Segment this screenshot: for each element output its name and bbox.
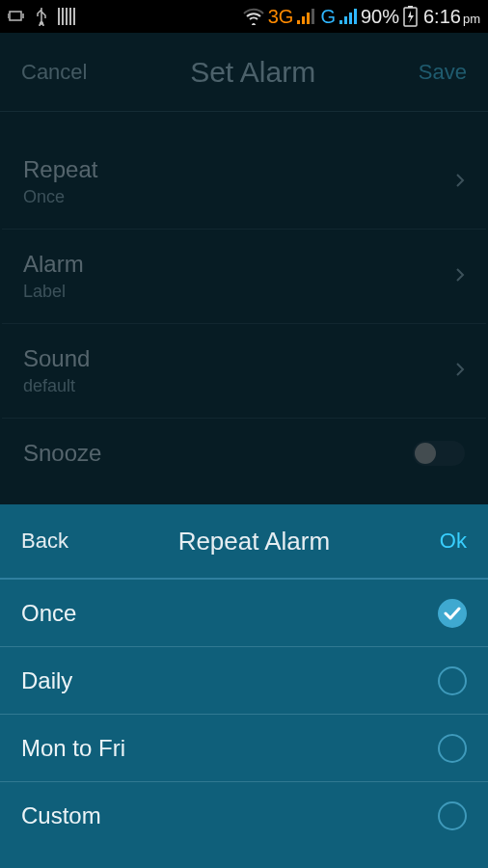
- sheet-title: Repeat Alarm: [178, 527, 331, 556]
- radio-unselected-icon: [438, 734, 467, 763]
- setting-value: default: [23, 376, 90, 396]
- option-custom[interactable]: Custom: [0, 782, 488, 850]
- setting-alarm[interactable]: Alarm Label: [2, 230, 486, 324]
- toggle-knob: [415, 443, 436, 464]
- signal-bars-1-icon: [297, 9, 314, 24]
- page-title: Set Alarm: [190, 56, 315, 89]
- chevron-right-icon: [455, 173, 465, 192]
- signal-bars-2-icon: [339, 9, 357, 24]
- option-daily[interactable]: Daily: [0, 647, 488, 715]
- cancel-button[interactable]: Cancel: [21, 60, 87, 85]
- option-once[interactable]: Once: [0, 580, 488, 647]
- svg-rect-15: [408, 6, 413, 8]
- setting-label: Repeat: [23, 156, 97, 183]
- svg-rect-5: [73, 8, 75, 25]
- setting-label: Snooze: [23, 440, 101, 467]
- option-mon-to-fri[interactable]: Mon to Fri: [0, 715, 488, 782]
- battery-percentage: 90%: [361, 6, 399, 28]
- setting-repeat[interactable]: Repeat Once: [2, 135, 486, 230]
- setting-sound[interactable]: Sound default: [2, 324, 486, 419]
- svg-rect-12: [349, 13, 352, 24]
- svg-rect-8: [307, 13, 310, 24]
- vibrate-icon: [8, 9, 25, 24]
- svg-rect-3: [66, 8, 68, 25]
- header-bar: Cancel Set Alarm Save: [0, 33, 488, 112]
- option-label: Once: [21, 600, 76, 627]
- wifi-icon: [243, 8, 264, 25]
- repeat-alarm-sheet: Back Repeat Alarm Ok Once Daily Mon to F…: [0, 504, 488, 868]
- radio-unselected-icon: [438, 666, 467, 695]
- option-label: Custom: [21, 802, 101, 829]
- option-list: Once Daily Mon to Fri Custom: [0, 580, 488, 868]
- svg-rect-7: [302, 16, 305, 24]
- svg-rect-2: [62, 8, 64, 25]
- svg-rect-10: [339, 20, 342, 24]
- radio-unselected-icon: [438, 801, 467, 830]
- svg-rect-13: [354, 9, 357, 24]
- battery-charging-icon: [403, 6, 418, 27]
- back-button[interactable]: Back: [21, 529, 68, 554]
- svg-rect-9: [312, 9, 314, 24]
- option-label: Daily: [21, 667, 72, 694]
- svg-point-0: [40, 21, 43, 25]
- svg-rect-4: [69, 8, 71, 25]
- svg-rect-6: [297, 20, 300, 24]
- clock-time: 6:16pm: [423, 6, 480, 28]
- setting-label: Alarm: [23, 251, 84, 278]
- radio-selected-icon: [438, 599, 467, 628]
- setting-value: Label: [23, 282, 84, 302]
- chevron-right-icon: [455, 362, 465, 381]
- setting-snooze: Snooze: [2, 419, 486, 488]
- svg-rect-1: [58, 8, 60, 25]
- barcode-icon: [58, 8, 77, 25]
- snooze-toggle[interactable]: [413, 441, 465, 466]
- sheet-header: Back Repeat Alarm Ok: [0, 504, 488, 580]
- svg-rect-11: [344, 16, 347, 24]
- network-g-label: G: [320, 6, 336, 28]
- chevron-right-icon: [455, 267, 465, 286]
- status-bar: 3G G 90% 6:16pm: [0, 0, 488, 33]
- network-3g-label: 3G: [268, 6, 294, 28]
- save-button[interactable]: Save: [419, 60, 467, 85]
- usb-icon: [35, 7, 48, 26]
- setting-label: Sound: [23, 345, 90, 372]
- option-label: Mon to Fri: [21, 735, 125, 762]
- ok-button[interactable]: Ok: [440, 529, 467, 554]
- setting-value: Once: [23, 187, 97, 207]
